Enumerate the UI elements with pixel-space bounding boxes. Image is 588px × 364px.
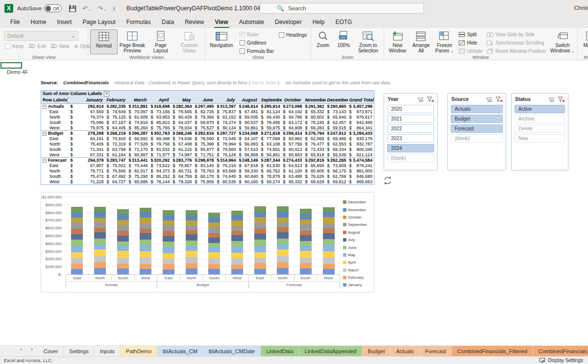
pivot-row-label[interactable]: North [41,169,69,174]
stacked-bar[interactable] [231,211,243,274]
legend-item[interactable]: October [343,214,374,221]
custom-views-button[interactable]: Custom Views [175,29,203,54]
stacked-bar[interactable] [94,207,106,274]
stacked-bar[interactable] [140,208,151,274]
slicer-item[interactable]: 2021 [387,115,434,123]
pivot-row-label[interactable]: North [41,115,69,120]
collapse-icon[interactable]: − [43,105,47,109]
clear-filter-icon[interactable] [427,96,435,102]
sheet-tab-tblactuals_cm[interactable]: tblActuals_CM [157,346,203,356]
pivot-row-label[interactable]: East [41,163,69,169]
sheet-tab-forecast[interactable]: Forecast [420,346,452,356]
headings-checkbox[interactable]: Headings [279,31,307,38]
column-labels-cell[interactable]: Column Labels▾ [69,91,374,97]
sheet-tab-settings[interactable]: Settings [64,346,95,356]
menu-tab-insert[interactable]: Insert [51,17,77,28]
zoom-100-button[interactable]: 100 100% [334,29,353,54]
stacked-bar[interactable] [71,207,83,274]
menu-tab-data[interactable]: Data [156,17,179,28]
pivot-table[interactable]: Sum of AmountColumn Labels▾Row LabelsJan… [41,90,374,185]
collapse-icon[interactable]: − [43,159,47,163]
menu-tab-view[interactable]: View [210,17,234,28]
stacked-bar[interactable] [208,213,220,274]
multi-select-icon[interactable] [417,96,425,102]
slicer-item[interactable]: Active [514,105,565,113]
menu-tab-eotg[interactable]: EOTG [330,17,357,28]
freeze-panes-button[interactable]: * Freeze Panes ⌄ [433,29,456,54]
sheet-tab-tblactuals_cmdate[interactable]: tblActuals_CMDate [203,346,261,356]
slicer-item[interactable]: Archive [514,115,565,123]
slicer-item[interactable]: Actuals [451,105,503,113]
navigation-button[interactable]: Navigation [207,29,236,54]
new-sheet-view-button[interactable]: ⌦New [50,43,69,49]
reset-window-position-button[interactable]: Reset Window Position [487,48,546,54]
multi-select-icon[interactable] [486,96,493,102]
stacked-bar[interactable] [277,206,289,274]
legend-item[interactable]: November [343,206,374,213]
worksheet[interactable]: Demo 4F Source: CombinedFinancials Histo… [0,61,588,345]
normal-view-button[interactable]: Normal [90,29,118,54]
pivot-row-label[interactable]: West [41,125,69,131]
row-labels-cell[interactable]: Row Labels [41,97,69,104]
slicer-year[interactable]: Year20202021202220232024(blank) [384,93,438,170]
undo-icon[interactable]: ↶⌄ [82,4,91,12]
sheet-tab-linkeddataappended[interactable]: LinkedDataAppended [299,346,363,356]
page-break-preview-button[interactable]: Page Break Preview [119,29,146,54]
slicer-item[interactable]: Delete [514,124,565,133]
stacked-bar[interactable] [254,206,266,274]
synchronous-scrolling-button[interactable]: Synchronous Scrolling [487,40,546,47]
sheet-tab-inputs[interactable]: Inputs [95,346,121,356]
pivot-row-label[interactable]: North [41,142,69,147]
save-icon[interactable]: 💾 [69,5,76,12]
refresh-icon[interactable] [382,175,393,187]
slicer-item[interactable]: Forecast [451,124,503,133]
multi-select-icon[interactable] [548,96,556,102]
slicer-item[interactable]: (blank) [451,134,503,143]
menu-tab-review[interactable]: Review [179,17,209,28]
split-button[interactable]: Split [459,31,483,38]
autosave-control[interactable]: AutoSave Off [17,4,62,12]
page-layout-button[interactable]: Page Layout [147,29,174,54]
legend-item[interactable]: March [343,267,374,274]
sheet-tab-budget[interactable]: Budget [363,346,391,356]
legend-item[interactable]: June [343,243,374,251]
legend-item[interactable]: May [343,251,374,259]
exit-button[interactable]: ⌦Exit [28,43,46,49]
pivot-row-label[interactable]: West [41,152,69,158]
collapse-icon[interactable]: − [43,132,47,136]
stacked-bar[interactable] [300,209,312,274]
legend-item[interactable]: February [343,274,374,281]
sheet-tab-cover[interactable]: Cover [38,346,64,356]
sheet-tab-combinedfinancials_filtered[interactable]: CombinedFinancials_Filtered [452,346,533,356]
sheet-view-dropdown[interactable]: Default ⌄ [4,31,78,41]
pivot-row-label[interactable]: South [41,120,69,125]
slicer-item[interactable]: 2020 [387,105,434,113]
clear-filter-icon[interactable] [495,96,503,102]
legend-item[interactable]: August [343,229,374,236]
qat-chevron-icon[interactable]: ⊻ [112,6,116,11]
stacked-bar[interactable] [186,210,197,275]
zoom-to-selection-button[interactable]: Zoom to Selection [354,29,382,54]
pivot-row-label[interactable]: −Forecast [41,158,69,163]
clear-filter-icon[interactable] [558,96,565,102]
pivot-row-label[interactable]: South [41,147,69,152]
display-settings-button[interactable]: Display Settings [539,358,583,363]
gridlines-checkbox[interactable]: Gridlines [240,40,274,47]
slicer-item[interactable]: 2023 [387,134,434,143]
legend-item[interactable]: January [343,281,374,289]
pivot-row-label[interactable]: −Actuals [41,104,69,109]
menu-tab-help[interactable]: Help [307,17,330,28]
sheet-tab-pathdemo[interactable]: PathDemo [121,346,157,356]
search-input[interactable]: 🔍 Search [260,3,424,14]
hide-button[interactable]: Hide [459,40,483,47]
menu-tab-file[interactable]: File [5,17,25,28]
column-labels-dropdown-icon[interactable]: ▾ [104,91,109,97]
user-account[interactable]: Christo [574,5,588,11]
pivot-row-label[interactable]: −Budget [41,131,69,136]
pivot-row-label[interactable]: South [41,174,69,179]
stacked-column-chart[interactable]: $-$100,000$200,000$300,000$400,000$500,0… [41,192,374,292]
slicer-source[interactable]: SourceActualsBudgetForecast(blank) [447,93,506,170]
slicer-item[interactable]: Budget [451,115,503,123]
tab-scroll-right-icon[interactable]: › [25,346,38,353]
menu-tab-page-layout[interactable]: Page Layout [77,17,121,28]
